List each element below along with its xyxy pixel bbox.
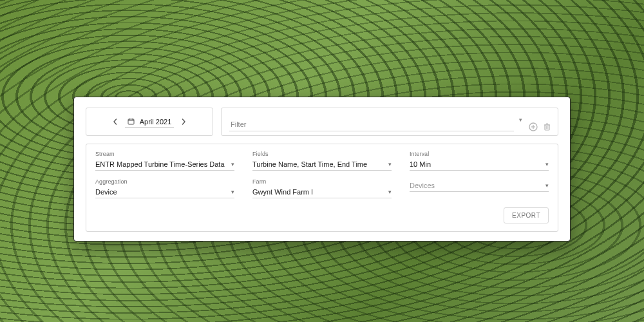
form-box: Stream ENTR Mapped Turbine Time-Series D…	[86, 144, 558, 232]
date-range-box: April 2021	[86, 108, 213, 136]
field-label: Stream	[95, 151, 234, 157]
form-row-1: Stream ENTR Mapped Turbine Time-Series D…	[95, 151, 549, 171]
chevron-down-icon: ▾	[227, 189, 234, 195]
field-label: Fields	[252, 151, 392, 157]
field-label: Interval	[410, 151, 549, 157]
field-devices[interactable]: Devices ▾	[410, 178, 549, 198]
top-row: April 2021 ▾	[86, 108, 558, 136]
export-button[interactable]: EXPORT	[504, 207, 549, 223]
field-fields[interactable]: Fields Turbine Name, Start Time, End Tim…	[252, 151, 392, 171]
chevron-down-icon: ▾	[542, 161, 549, 167]
chevron-down-icon[interactable]: ▾	[519, 117, 522, 123]
date-display[interactable]: April 2021	[125, 117, 175, 128]
filter-input[interactable]	[229, 118, 514, 131]
svg-rect-7	[545, 125, 549, 130]
field-aggregation[interactable]: Aggregation Device ▾	[95, 178, 234, 198]
chevron-right-icon[interactable]	[180, 118, 187, 125]
chevron-down-icon: ▾	[542, 182, 549, 189]
field-label: Aggregation	[95, 178, 234, 185]
field-value: Gwynt Wind Farm I	[252, 188, 313, 196]
field-farm[interactable]: Farm Gwynt Wind Farm I ▾	[252, 178, 392, 198]
chevron-down-icon: ▾	[384, 189, 392, 195]
field-value: Turbine Name, Start Time, End Time	[252, 160, 367, 168]
field-label: Farm	[252, 178, 392, 185]
field-value: Device	[95, 188, 117, 196]
chevron-down-icon: ▾	[227, 161, 234, 167]
query-panel: April 2021 ▾ Stream ENTR Mapped Turbine …	[73, 97, 571, 242]
field-interval[interactable]: Interval 10 Min ▾	[410, 151, 549, 171]
field-value: Devices	[410, 182, 435, 189]
field-stream[interactable]: Stream ENTR Mapped Turbine Time-Series D…	[95, 151, 234, 171]
form-row-2: Aggregation Device ▾ Farm Gwynt Wind Far…	[95, 178, 549, 198]
add-filter-icon[interactable]	[529, 122, 538, 131]
actions-row: EXPORT	[95, 207, 549, 223]
calendar-icon	[128, 118, 135, 125]
chevron-down-icon: ▾	[384, 161, 392, 167]
field-value: 10 Min	[410, 160, 431, 168]
filter-box: ▾	[221, 108, 558, 136]
svg-rect-0	[128, 119, 134, 124]
chevron-left-icon[interactable]	[112, 118, 118, 125]
trash-icon[interactable]	[543, 122, 551, 131]
date-label: April 2021	[140, 118, 172, 126]
field-value: ENTR Mapped Turbine Time-Series Data	[95, 160, 225, 168]
